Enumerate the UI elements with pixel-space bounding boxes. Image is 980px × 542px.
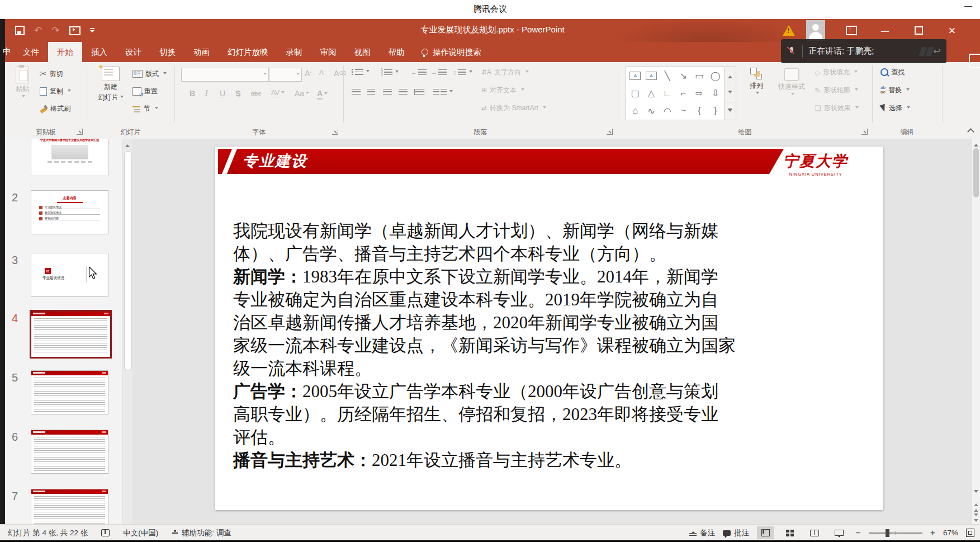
previous-slide-button[interactable] (974, 501, 978, 512)
ribbon-display-options-icon[interactable] (839, 19, 864, 42)
tab-5[interactable]: 动画 (184, 42, 219, 62)
chat-bubble-icon[interactable] (969, 54, 980, 68)
justify-button[interactable] (399, 89, 408, 95)
tab-6[interactable]: 幻灯片放映 (219, 42, 277, 62)
collapse-ribbon-button[interactable] (968, 128, 974, 133)
fit-slide-to-window-icon[interactable] (966, 529, 974, 537)
cut-button[interactable]: ✂ 剪切 (40, 67, 63, 81)
slide-thumbnail-3[interactable]: 01专业建设情况 (31, 253, 108, 297)
shape-down-arrow[interactable]: ⇩ (707, 84, 723, 102)
shape-curve[interactable]: ~ (675, 102, 692, 120)
slide-thumbnail-1[interactable]: 宁夏大学新闻传播学院专业建设及教学改革汇报 (31, 139, 108, 176)
slideshow-view-button[interactable] (831, 526, 848, 539)
shape-text-box-horizontal[interactable]: A (627, 67, 643, 84)
new-slide-button[interactable]: ✦ 新建 幻灯片 (93, 67, 128, 102)
next-slide-button[interactable] (974, 513, 978, 524)
meeting-minimize-icon[interactable]: — (964, 1, 972, 10)
zoom-out-button[interactable]: − (855, 528, 860, 538)
tab-1[interactable]: 开始 (48, 42, 82, 62)
comments-toggle[interactable]: 批注 (723, 528, 749, 538)
tab-4[interactable]: 切换 (150, 42, 184, 62)
zoom-in-button[interactable]: + (930, 528, 935, 538)
bullets-button[interactable] (352, 69, 370, 75)
align-left-button[interactable] (352, 89, 361, 95)
tab-9[interactable]: 视图 (345, 42, 380, 62)
restore-button[interactable] (906, 19, 931, 42)
shape-scribble[interactable]: ∿ (643, 102, 660, 120)
section-button[interactable]: 节 (132, 102, 158, 115)
slide-thumbnail-6[interactable] (31, 430, 108, 474)
font-dialog-launcher[interactable] (332, 129, 338, 135)
clipboard-dialog-launcher[interactable] (77, 129, 83, 135)
shape-right-arrow[interactable]: ⇨ (692, 84, 708, 102)
tab-8[interactable]: 审阅 (311, 42, 345, 62)
normal-view-button[interactable] (757, 526, 774, 539)
zoom-slider-thumb[interactable] (886, 529, 889, 537)
account-avatar[interactable] (803, 19, 828, 42)
panel-scrollbar-thumb[interactable] (124, 151, 132, 370)
slide-thumbnail-4[interactable] (30, 310, 112, 359)
slide-thumbnail-5[interactable] (31, 370, 108, 414)
shape-right-brace[interactable]: } (707, 102, 723, 120)
distribute-button[interactable] (414, 89, 424, 95)
align-right-button[interactable] (383, 89, 392, 95)
tab-10[interactable]: 帮助 (380, 42, 414, 62)
shape-left-brace[interactable]: { (692, 102, 708, 120)
columns-button[interactable] (433, 89, 453, 95)
shape-elbow-connector[interactable]: ∟ (659, 84, 675, 102)
minimize-button[interactable]: — (873, 19, 897, 42)
scrollbar-thumb[interactable] (973, 148, 979, 197)
accessibility-status[interactable]: 辅助功能: 调查 (172, 528, 231, 538)
slide-sorter-view-button[interactable] (782, 526, 798, 539)
slide-body-textbox[interactable]: 我院现设有新闻学（卓越新闻人才计划）、新闻学（网络与新媒体）、广告学、播音与主持… (233, 219, 873, 472)
copy-button[interactable]: 复制 (40, 84, 71, 98)
scroll-up-arrow[interactable] (974, 142, 978, 147)
main-vertical-scrollbar[interactable] (972, 139, 980, 524)
warning-icon[interactable] (777, 19, 801, 42)
format-painter-button[interactable]: 格式刷 (40, 102, 70, 115)
replace-button[interactable]: abac替换 (880, 83, 910, 97)
paragraph-dialog-launcher[interactable] (607, 129, 613, 135)
align-center-button[interactable] (367, 89, 375, 95)
shape-elbow-arrow-connector[interactable]: ⌐ (675, 84, 692, 102)
select-button[interactable]: 选择 (880, 101, 910, 115)
tell-me-search[interactable]: 操作说明搜索 (422, 42, 481, 62)
close-button[interactable]: × (940, 19, 964, 42)
shape-line-arrow[interactable]: ↘ (675, 67, 692, 84)
zoom-level[interactable]: 67% (943, 529, 958, 537)
zoom-slider[interactable] (869, 529, 922, 537)
tab-file[interactable]: 文件 (14, 42, 48, 62)
tab-3[interactable]: 设计 (116, 42, 150, 62)
notes-toggle[interactable]: 备注 (689, 528, 715, 538)
thumbnail-panel-scrollbar[interactable] (122, 139, 132, 524)
decrease-indent-button[interactable]: ← (411, 69, 427, 76)
slide-thumbnail-2[interactable]: 主要内容专业建设情况教学改革情况存在的问题 (31, 190, 108, 234)
scroll-down-arrow[interactable] (974, 490, 978, 495)
shape-triangle[interactable]: △ (643, 84, 660, 102)
tab-2[interactable]: 插入 (82, 42, 116, 62)
drawing-dialog-launcher[interactable] (861, 129, 868, 135)
arrange-button[interactable]: 排列 (742, 68, 771, 96)
shape-text-box-vertical[interactable]: A (643, 67, 660, 84)
find-button[interactable]: 查找 (880, 65, 905, 79)
reading-view-button[interactable] (806, 526, 823, 539)
shapes-more-button[interactable] (725, 102, 736, 120)
numbering-button[interactable]: 123 (381, 69, 399, 76)
spellcheck-icon[interactable] (101, 529, 110, 536)
shape-arc[interactable]: ◠ (659, 102, 675, 120)
shape-rounded-rectangle[interactable]: ▢ (627, 84, 643, 102)
shape-freeform[interactable]: ⌂ (627, 102, 643, 120)
increase-indent-button[interactable]: → (431, 69, 447, 76)
shapes-scroll-up[interactable] (725, 67, 736, 84)
layout-button[interactable]: 版式 (132, 67, 167, 81)
tab-7[interactable]: 录制 (277, 42, 311, 62)
line-spacing-button[interactable]: ↕ (453, 69, 472, 76)
panel-scroll-up-arrow[interactable] (125, 142, 130, 147)
slide-thumbnail-7[interactable] (31, 489, 108, 524)
reset-button[interactable]: 重置 (132, 84, 158, 98)
shape-rectangle[interactable]: ▭ (692, 67, 708, 84)
language-status[interactable]: 中文(中国) (123, 528, 158, 538)
slide-canvas[interactable]: 专业建设 宁夏大学 NINGXIA UNIVERSITY 我院现设有新闻学（卓越… (215, 147, 883, 510)
shape-line[interactable]: ╲ (659, 67, 675, 84)
shapes-scroll-down[interactable] (725, 84, 736, 102)
